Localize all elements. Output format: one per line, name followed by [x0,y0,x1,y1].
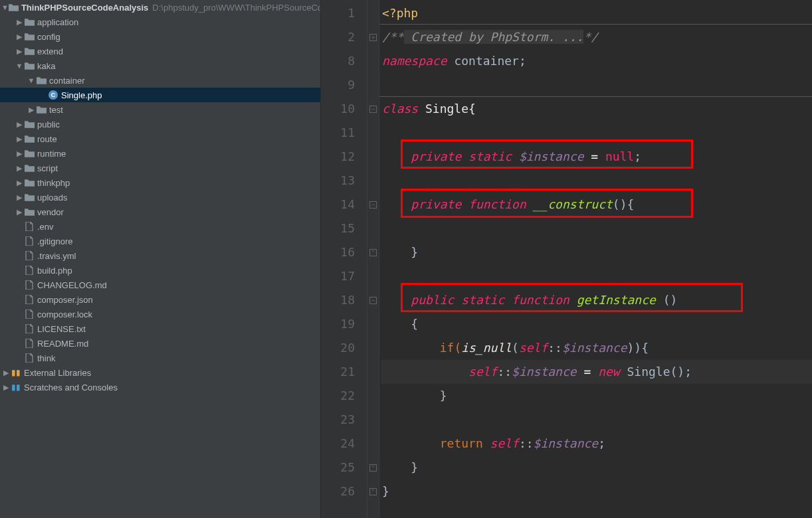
tree-item[interactable]: ▶test [0,102,320,117]
tree-item[interactable]: ▶vendor [0,205,320,219]
tree-item[interactable]: .travis.yml [0,248,320,263]
tree-item[interactable]: CHANGELOG.md [0,278,320,292]
code-line[interactable]: private static $instance = null; [381,145,812,169]
tree-item[interactable]: .gitignore [0,234,320,248]
fold-gutter: +−−⌃−⌃⌃ [367,0,379,518]
folder-icon [24,148,35,159]
code-line[interactable]: <?php [381,1,812,25]
code-line[interactable] [381,408,812,432]
code-line[interactable]: } [381,456,812,479]
code-line[interactable] [381,216,812,240]
fold-marker [367,169,379,193]
line-number-gutter: 12891011121314151617181920212223242526 [321,0,367,518]
folder-icon [24,46,35,56]
tree-item-label: vendor [37,207,64,217]
tree-item[interactable]: ▶script [0,161,320,175]
code-line[interactable]: self::$instance = new Single(); [381,360,812,384]
tree-item[interactable]: ▶thinkphp [0,175,320,190]
fold-marker[interactable]: + [367,25,379,49]
folder-icon [24,163,35,173]
tree-arrow-icon: ▶ [27,106,36,114]
tree-arrow-icon: ▶ [15,164,24,173]
code-line[interactable]: { [381,312,812,336]
code-line[interactable]: private function __construct(){ [381,193,812,216]
code-line[interactable]: return self::$instance; [381,432,812,456]
tree-item-label: .travis.yml [37,251,76,261]
php-file-icon: C [48,90,58,100]
line-number: 8 [321,49,355,73]
code-line[interactable]: /** Created by PhpStorm. ...*/ [381,25,812,49]
folder-icon [24,192,35,203]
code-line[interactable]: } [381,479,812,503]
code-line[interactable]: public static function getInstance () [381,288,812,312]
tree-item[interactable]: ▼container [0,73,320,88]
project-root[interactable]: ▼ ThinkPHPSourceCodeAnalysis D:\phpstudy… [0,0,320,15]
tree-item[interactable]: CSingle.php [0,88,320,102]
tree-item[interactable]: composer.json [0,292,320,307]
tree-arrow-icon: ▶ [15,33,24,41]
line-number: 2 [321,25,355,49]
tree-item[interactable]: ▶config [0,29,320,44]
line-number: 18 [321,288,355,312]
code-line[interactable]: } [381,384,812,408]
file-icon [24,280,35,290]
code-line[interactable]: class Single{ [381,97,812,121]
tree-arrow-icon: ▶ [15,120,24,129]
tree-item[interactable]: ▶extend [0,44,320,58]
fold-marker[interactable]: − [367,193,379,216]
file-icon [24,309,35,319]
tree-item[interactable]: ▶route [0,131,320,146]
tree-item[interactable]: ▶public [0,117,320,131]
tree-item-label: LICENSE.txt [37,324,86,334]
code-line[interactable] [381,169,812,193]
project-tree: ▼ ThinkPHPSourceCodeAnalysis D:\phpstudy… [0,0,321,518]
tree-item[interactable]: composer.lock [0,307,320,321]
fold-marker [367,336,379,360]
fold-marker [367,73,379,97]
tree-arrow-icon: ▶ [15,179,24,187]
tree-item[interactable]: README.md [0,336,320,351]
tree-item[interactable]: ▶▮▮Scratches and Consoles [0,380,320,394]
fold-marker[interactable]: ⌃ [367,456,379,479]
fold-marker[interactable]: − [367,97,379,121]
tree-item[interactable]: ▶uploads [0,190,320,205]
fold-marker[interactable]: ⌃ [367,240,379,264]
code-area[interactable]: <?php /** Created by PhpStorm. ...*/ nam… [379,0,812,518]
tree-item[interactable]: build.php [0,263,320,278]
code-line[interactable]: } [381,240,812,264]
code-line[interactable]: if(is_null(self::$instance)){ [381,336,812,360]
code-editor[interactable]: 12891011121314151617181920212223242526 +… [321,0,812,518]
tree-item[interactable]: ▶▮▮External Libraries [0,365,320,380]
line-number: 10 [321,97,355,121]
folder-icon [24,31,35,42]
tree-item[interactable]: ▶application [0,15,320,29]
fold-marker[interactable]: ⌃ [367,479,379,503]
folder-icon [36,104,47,115]
code-line[interactable] [381,264,812,288]
fold-marker[interactable]: − [367,288,379,312]
line-number: 20 [321,336,355,360]
tree-item[interactable]: ▼kaka [0,58,320,73]
line-number: 11 [321,121,355,145]
file-icon [24,353,35,363]
folder-icon [24,177,35,188]
library-icon: ▮▮ [11,367,21,378]
code-line[interactable] [381,121,812,145]
line-number: 13 [321,169,355,193]
tree-item[interactable]: LICENSE.txt [0,321,320,336]
tree-item[interactable]: .env [0,219,320,234]
line-number: 12 [321,145,355,169]
folder-icon [24,133,35,144]
tree-item-label: uploads [37,193,68,203]
tree-item-label: .env [37,222,54,232]
fold-marker [367,216,379,240]
tree-item[interactable]: ▶runtime [0,146,320,161]
code-line[interactable] [381,73,812,97]
fold-marker [367,264,379,288]
tree-arrow-icon: ▶ [15,18,24,27]
fold-marker [367,432,379,456]
tree-arrow-icon: ▶ [1,369,11,377]
code-line[interactable]: namespace container; [381,49,812,73]
tree-item[interactable]: think [0,351,320,365]
file-icon [24,250,35,261]
